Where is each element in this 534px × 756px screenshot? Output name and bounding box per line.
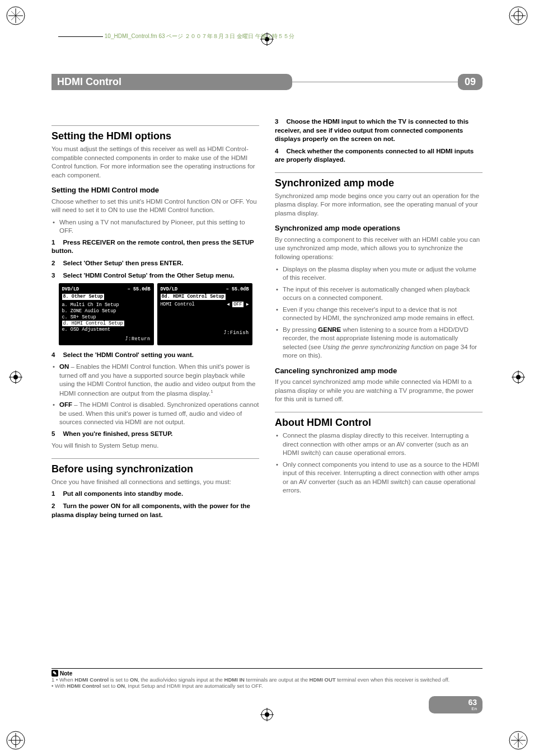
bullet-control-mode: When using a TV not manufactured by Pion… — [59, 218, 259, 236]
doc-filename-tag: 10_HDMI_Control.fm 63 ページ ２００７年８月３日 金曜日 … — [55, 32, 294, 40]
note-label: ✎Note — [51, 670, 72, 677]
op-bullet-4: By pressing GENRE when listening to a so… — [283, 326, 483, 360]
step-3: 3 Select 'HDMI Control Setup' from the O… — [51, 271, 259, 280]
bullet-off: OFF – The HDMI Control is disabled. Sync… — [59, 401, 259, 427]
op-bullet-1: Displays on the plasma display when you … — [283, 265, 483, 283]
heading-about-hdmi: About HDMI Control — [275, 416, 483, 429]
before-step-3: 3 Choose the HDMI input to which the TV … — [275, 118, 483, 144]
registration-mark-icon — [6, 6, 26, 26]
right-column: 3 Choose the HDMI input to which the TV … — [275, 118, 483, 523]
before-step-1: 1 Put all components into standby mode. — [51, 490, 259, 499]
para-sync-ops: By connecting a component to this receiv… — [275, 236, 483, 262]
para-cancel-sync: If you cancel synchronized amp mode whil… — [275, 378, 483, 404]
step-5: 5 When you're finished, press SETUP. — [51, 430, 259, 439]
step-5-post: You will finish to System Setup menu. — [51, 442, 259, 450]
bullet-on: ON – Enables the HDMI Control function. … — [59, 363, 259, 398]
heading-setting-options: Setting the HDMI options — [51, 129, 259, 143]
content-columns: Setting the HDMI options You must adjust… — [51, 118, 483, 523]
before-step-2: 2 Turn the power ON for all components, … — [51, 502, 259, 519]
op-bullet-3: Even if you change this receiver's input… — [283, 306, 483, 323]
step-1: 1 Press RECEIVER on the remote control, … — [51, 238, 259, 256]
step-2: 2 Select 'Other Setup' then press ENTER. — [51, 259, 259, 268]
page-title: HDMI Control — [51, 74, 292, 90]
heading-sync-amp: Synchronized amp mode — [275, 176, 483, 190]
heading-before-sync: Before using synchronization — [51, 462, 259, 476]
page-number-badge: 63 En — [429, 696, 483, 713]
op-bullet-2: The input of this receiver is automatica… — [283, 285, 483, 303]
cross-mark-icon — [8, 369, 24, 387]
para-before-sync: Once you have finished all connections a… — [51, 478, 259, 487]
osd-screenshots: DVD/LD– 55.0dB 8. Other Setup a. Multi C… — [51, 283, 259, 345]
heading-control-mode: Setting the HDMI Control mode — [51, 185, 259, 195]
footnote-1: 1 • When HDMI Control is set to ON, the … — [51, 677, 483, 683]
para-control-mode: Choose whether to set this unit's HDMI C… — [51, 198, 259, 215]
note-icon: ✎ — [51, 670, 58, 677]
para-setting-options: You must adjust the settings of this rec… — [51, 145, 259, 180]
para-sync-amp: Synchronized amp mode begins once you ca… — [275, 192, 483, 218]
registration-mark-icon — [508, 730, 528, 750]
footnote-box: ✎Note 1 • When HDMI Control is set to ON… — [51, 668, 483, 689]
page-header: HDMI Control 09 — [51, 74, 483, 90]
heading-sync-ops: Synchronized amp mode operations — [275, 223, 483, 233]
about-bullet-1: Connect the plasma display directly to t… — [283, 431, 483, 458]
osd-other-setup: DVD/LD– 55.0dB 8. Other Setup a. Multi C… — [59, 283, 154, 345]
heading-cancel-sync: Canceling synchronized amp mode — [275, 366, 483, 376]
page-number: 63 — [468, 698, 477, 707]
registration-mark-icon — [6, 730, 26, 750]
step-4: 4 Select the 'HDMI Control' setting you … — [51, 351, 259, 360]
page-lang: En — [468, 706, 477, 711]
left-column: Setting the HDMI options You must adjust… — [51, 118, 259, 523]
osd-hdmi-control-setup: DVD/LD– 55.0dB 8d. HDMI Control Setup HD… — [157, 283, 252, 345]
doc-filename-text: 10_HDMI_Control.fm 63 ページ ２００７年８月３日 金曜日 … — [105, 33, 294, 39]
before-step-4: 4 Check whether the components connected… — [275, 147, 483, 165]
cross-mark-icon — [259, 707, 275, 725]
footnote-2: • With HDMI Control set to ON, Input Set… — [51, 683, 483, 689]
registration-mark-icon — [508, 6, 528, 26]
about-bullet-2: Only connect components you intend to us… — [283, 461, 483, 495]
cross-mark-icon — [510, 369, 526, 387]
chapter-number-badge: 09 — [458, 74, 483, 90]
